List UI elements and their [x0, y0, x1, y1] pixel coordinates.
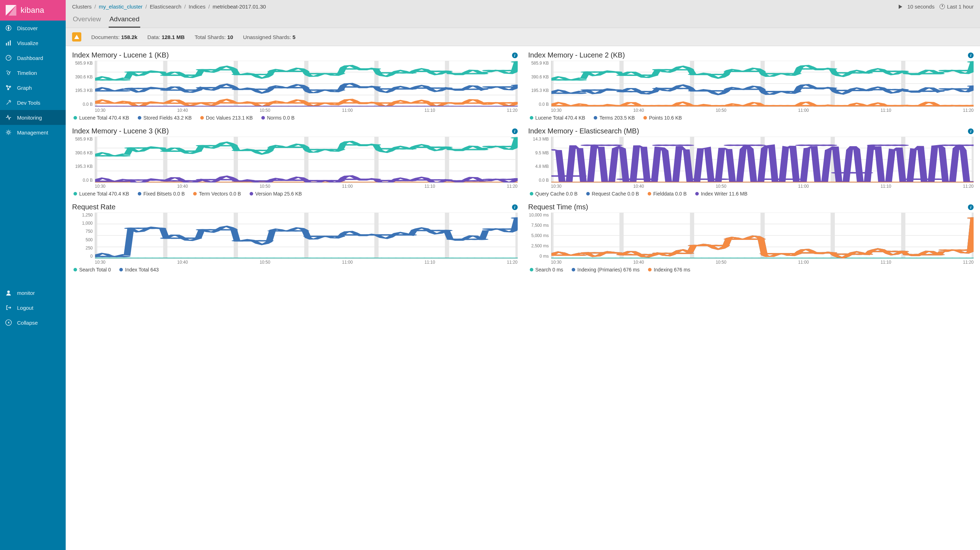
- svg-point-69: [403, 72, 417, 73]
- legend-item[interactable]: Norms 0.0 B: [261, 115, 295, 120]
- sidebar-item-discover[interactable]: Discover: [0, 21, 66, 35]
- svg-point-11: [7, 291, 10, 293]
- svg-point-386: [895, 89, 908, 90]
- legend-swatch: [530, 268, 533, 271]
- legend-item[interactable]: Fixed Bitsets 0.0 B: [138, 191, 185, 197]
- legend-item[interactable]: Index Total 643: [119, 267, 159, 273]
- svg-point-478: [153, 147, 166, 149]
- play-icon[interactable]: [899, 5, 902, 9]
- timelion-icon: [5, 69, 12, 76]
- logo[interactable]: kibana: [0, 0, 66, 21]
- legend-item[interactable]: Request Cache 0.0 B: [586, 191, 639, 197]
- info-icon[interactable]: i: [512, 128, 518, 134]
- plot-area[interactable]: [551, 61, 974, 107]
- warning-icon[interactable]: [72, 32, 81, 41]
- svg-point-29: [117, 79, 130, 81]
- sidebar-item-dashboard[interactable]: Dashboard: [0, 51, 66, 65]
- legend-swatch: [643, 116, 647, 120]
- svg-point-493: [260, 150, 274, 151]
- legend-item[interactable]: Stored Fields 43.2 KB: [138, 115, 192, 120]
- sidebar-item-timelion[interactable]: Timelion: [0, 65, 66, 80]
- legend-swatch: [594, 116, 597, 120]
- svg-point-331: [931, 73, 945, 74]
- sidebar-item-label: Dashboard: [17, 55, 43, 61]
- chart: 585.9 KB390.6 KB195.3 KB0.0 B: [72, 136, 518, 183]
- svg-point-1264: [824, 252, 837, 254]
- info-icon[interactable]: i: [968, 128, 974, 134]
- svg-point-683: [332, 180, 345, 181]
- legend-label: Index Total 643: [125, 267, 159, 273]
- sidebar-item-monitoring[interactable]: Monitoring: [0, 110, 66, 125]
- legend-swatch: [200, 116, 204, 120]
- svg-point-1283: [960, 249, 973, 251]
- sidebar-item-visualize[interactable]: Visualize: [0, 35, 66, 51]
- sidebar-item-logout[interactable]: Logout: [0, 300, 66, 315]
- svg-point-945: [860, 172, 873, 174]
- chart: 585.9 KB390.6 KB195.3 KB0.0 B: [72, 61, 518, 107]
- y-axis: 1,2501,0007505002500: [72, 212, 95, 259]
- sidebar-item-label: Logout: [17, 305, 33, 311]
- breadcrumb-clusters[interactable]: Clusters: [72, 3, 92, 10]
- info-icon[interactable]: i: [512, 204, 518, 210]
- legend-item[interactable]: Lucene Total 470.4 KB: [73, 191, 129, 197]
- plot-area[interactable]: [551, 136, 974, 183]
- sidebar-item-graph[interactable]: Graph: [0, 80, 66, 95]
- legend-item[interactable]: Search 0 ms: [530, 267, 563, 273]
- breadcrumb-my-elastic-cluster[interactable]: my_elastic_cluster: [99, 3, 142, 10]
- brand-name: kibana: [21, 6, 45, 15]
- panel-3: Index Memory - Elasticsearch (MB) i 14.3…: [528, 127, 974, 197]
- tab-overview[interactable]: Overview: [72, 13, 102, 28]
- info-icon[interactable]: i: [968, 204, 974, 210]
- legend-item[interactable]: Terms 203.5 KB: [594, 115, 635, 120]
- legend-item[interactable]: Fielddata 0.0 B: [648, 191, 687, 197]
- refresh-interval[interactable]: 10 seconds: [907, 3, 935, 10]
- legend-item[interactable]: Points 10.6 KB: [643, 115, 682, 120]
- svg-point-930: [752, 144, 765, 146]
- legend-item[interactable]: Search Total 0: [73, 267, 111, 273]
- legend-item[interactable]: Version Map 25.6 KB: [250, 191, 302, 197]
- legend-label: Lucene Total 470.4 KB: [79, 191, 129, 197]
- svg-point-508: [368, 144, 381, 146]
- sidebar-item-devtools[interactable]: Dev Tools: [0, 95, 66, 110]
- svg-rect-3: [10, 40, 11, 45]
- legend-label: Fixed Bitsets 0.0 B: [143, 191, 185, 197]
- panel-5: Request Time (ms) i 10,000 ms7,500 ms5,0…: [528, 203, 974, 273]
- legend-swatch: [119, 268, 123, 271]
- svg-point-950: [895, 144, 908, 146]
- breadcrumb-elasticsearch[interactable]: Elasticsearch: [150, 3, 181, 10]
- svg-point-935: [788, 179, 802, 180]
- svg-point-6: [9, 73, 10, 73]
- info-icon[interactable]: i: [968, 52, 974, 58]
- legend: Lucene Total 470.4 KBFixed Bitsets 0.0 B…: [72, 191, 518, 197]
- plot-area[interactable]: [95, 136, 518, 183]
- legend-item[interactable]: Lucene Total 470.4 KB: [530, 115, 585, 120]
- time-range[interactable]: Last 1 hour: [940, 3, 974, 10]
- legend-swatch: [586, 192, 590, 195]
- sidebar-item-collapse[interactable]: Collapse: [0, 315, 66, 330]
- breadcrumb-indices[interactable]: Indices: [189, 3, 205, 10]
- sidebar-item-management[interactable]: Management: [0, 125, 66, 140]
- plot-area[interactable]: [95, 212, 518, 259]
- breadcrumb-sep: /: [184, 3, 186, 10]
- tab-advanced[interactable]: Advanced: [109, 13, 140, 28]
- statusbar: Documents: 158.2k Data: 128.1 MB Total S…: [66, 28, 980, 46]
- svg-point-1057: [260, 240, 274, 241]
- legend-item[interactable]: Term Vectors 0.0 B: [193, 191, 241, 197]
- legend-item[interactable]: Indexing 676 ms: [648, 267, 690, 273]
- legend-item[interactable]: Indexing (Primaries) 676 ms: [572, 267, 640, 273]
- sidebar-item-user[interactable]: monitor: [0, 285, 66, 300]
- svg-point-109: [260, 88, 274, 90]
- legend-item[interactable]: Doc Values 213.1 KB: [200, 115, 253, 120]
- legend-item[interactable]: Index Writer 11.6 MB: [695, 191, 748, 197]
- legend-item[interactable]: Query Cache 0.0 B: [530, 191, 578, 197]
- dashboard-icon: [5, 54, 12, 62]
- info-icon[interactable]: i: [512, 52, 518, 58]
- graph-icon: [5, 84, 12, 91]
- x-axis: 10:3010:4010:5011:0011:1011:20: [72, 260, 518, 265]
- sidebar: kibana DiscoverVisualizeDashboardTimelio…: [0, 0, 66, 550]
- svg-point-356: [680, 88, 694, 89]
- legend-item[interactable]: Lucene Total 470.4 KB: [73, 115, 129, 120]
- kibana-logo-icon: [5, 4, 17, 16]
- plot-area[interactable]: [95, 61, 518, 107]
- plot-area[interactable]: [551, 212, 974, 259]
